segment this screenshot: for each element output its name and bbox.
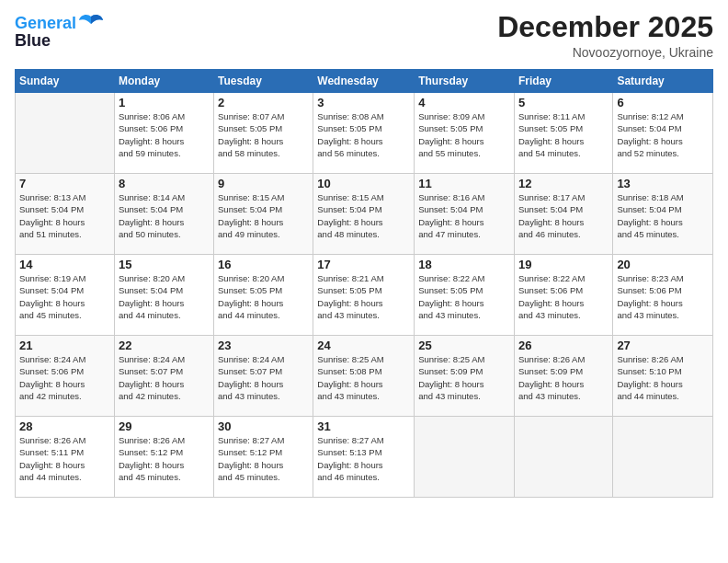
calendar-cell: 5Sunrise: 8:11 AM Sunset: 5:05 PM Daylig… — [514, 93, 612, 174]
day-number: 14 — [19, 258, 110, 271]
day-number: 6 — [617, 96, 709, 109]
day-info: Sunrise: 8:15 AM Sunset: 5:04 PM Dayligh… — [218, 191, 309, 240]
calendar-cell: 17Sunrise: 8:21 AM Sunset: 5:05 PM Dayli… — [313, 255, 415, 336]
col-friday: Friday — [514, 70, 612, 93]
day-number: 22 — [119, 339, 210, 352]
title-block: December 2025 Novoozyornoye, Ukraine — [497, 11, 713, 60]
day-number: 5 — [518, 96, 609, 109]
calendar-cell: 31Sunrise: 8:27 AM Sunset: 5:13 PM Dayli… — [313, 417, 415, 498]
calendar-cell: 28Sunrise: 8:26 AM Sunset: 5:11 PM Dayli… — [16, 417, 115, 498]
calendar-cell: 10Sunrise: 8:15 AM Sunset: 5:04 PM Dayli… — [313, 174, 415, 255]
day-number: 17 — [317, 258, 410, 271]
day-info: Sunrise: 8:26 AM Sunset: 5:11 PM Dayligh… — [19, 434, 110, 483]
day-number: 20 — [617, 258, 709, 271]
day-info: Sunrise: 8:25 AM Sunset: 5:08 PM Dayligh… — [317, 353, 410, 402]
day-info: Sunrise: 8:15 AM Sunset: 5:04 PM Dayligh… — [317, 191, 410, 240]
day-number: 4 — [418, 96, 510, 109]
day-info: Sunrise: 8:22 AM Sunset: 5:05 PM Dayligh… — [418, 272, 510, 321]
day-info: Sunrise: 8:23 AM Sunset: 5:06 PM Dayligh… — [617, 272, 709, 321]
day-number: 25 — [418, 339, 510, 352]
day-number: 2 — [218, 96, 309, 109]
logo-blue-text: Blue — [15, 31, 104, 51]
col-tuesday: Tuesday — [214, 70, 313, 93]
day-info: Sunrise: 8:11 AM Sunset: 5:05 PM Dayligh… — [518, 110, 609, 159]
day-info: Sunrise: 8:26 AM Sunset: 5:12 PM Dayligh… — [119, 434, 210, 483]
day-info: Sunrise: 8:22 AM Sunset: 5:06 PM Dayligh… — [518, 272, 609, 321]
page-container: General Blue December 2025 Novoozyornoye… — [0, 0, 728, 563]
calendar-cell: 9Sunrise: 8:15 AM Sunset: 5:04 PM Daylig… — [214, 174, 313, 255]
day-number: 29 — [119, 419, 210, 433]
day-info: Sunrise: 8:20 AM Sunset: 5:05 PM Dayligh… — [218, 272, 309, 321]
calendar-week-row: 28Sunrise: 8:26 AM Sunset: 5:11 PM Dayli… — [16, 417, 713, 498]
day-info: Sunrise: 8:26 AM Sunset: 5:09 PM Dayligh… — [518, 353, 609, 402]
day-info: Sunrise: 8:26 AM Sunset: 5:10 PM Dayligh… — [617, 353, 709, 402]
day-number: 10 — [317, 177, 410, 190]
logo-text: General — [15, 15, 76, 33]
calendar-cell: 19Sunrise: 8:22 AM Sunset: 5:06 PM Dayli… — [514, 255, 612, 336]
day-info: Sunrise: 8:21 AM Sunset: 5:05 PM Dayligh… — [317, 272, 410, 321]
calendar-cell: 14Sunrise: 8:19 AM Sunset: 5:04 PM Dayli… — [16, 255, 115, 336]
day-number: 15 — [119, 258, 210, 271]
calendar-cell: 21Sunrise: 8:24 AM Sunset: 5:06 PM Dayli… — [16, 336, 115, 417]
location-subtitle: Novoozyornoye, Ukraine — [497, 45, 713, 60]
day-number: 9 — [218, 177, 309, 190]
calendar-cell: 11Sunrise: 8:16 AM Sunset: 5:04 PM Dayli… — [415, 174, 515, 255]
day-info: Sunrise: 8:24 AM Sunset: 5:07 PM Dayligh… — [218, 353, 309, 402]
day-info: Sunrise: 8:24 AM Sunset: 5:06 PM Dayligh… — [19, 353, 110, 402]
day-number: 11 — [418, 177, 510, 190]
day-info: Sunrise: 8:06 AM Sunset: 5:06 PM Dayligh… — [119, 110, 210, 159]
calendar-cell: 25Sunrise: 8:25 AM Sunset: 5:09 PM Dayli… — [415, 336, 515, 417]
calendar-cell: 22Sunrise: 8:24 AM Sunset: 5:07 PM Dayli… — [114, 336, 213, 417]
day-info: Sunrise: 8:07 AM Sunset: 5:05 PM Dayligh… — [218, 110, 309, 159]
calendar-cell: 29Sunrise: 8:26 AM Sunset: 5:12 PM Dayli… — [114, 417, 213, 498]
day-info: Sunrise: 8:24 AM Sunset: 5:07 PM Dayligh… — [119, 353, 210, 402]
day-info: Sunrise: 8:20 AM Sunset: 5:04 PM Dayligh… — [119, 272, 210, 321]
calendar-cell: 4Sunrise: 8:09 AM Sunset: 5:05 PM Daylig… — [415, 93, 515, 174]
day-info: Sunrise: 8:16 AM Sunset: 5:04 PM Dayligh… — [418, 191, 510, 240]
calendar-cell: 24Sunrise: 8:25 AM Sunset: 5:08 PM Dayli… — [313, 336, 415, 417]
calendar-cell: 7Sunrise: 8:13 AM Sunset: 5:04 PM Daylig… — [16, 174, 115, 255]
logo: General Blue — [15, 15, 104, 51]
day-info: Sunrise: 8:13 AM Sunset: 5:04 PM Dayligh… — [19, 191, 110, 240]
day-number: 1 — [119, 96, 210, 109]
logo-bird-icon — [78, 13, 104, 33]
day-number: 27 — [617, 339, 709, 352]
day-number: 23 — [218, 339, 309, 352]
calendar-cell: 18Sunrise: 8:22 AM Sunset: 5:05 PM Dayli… — [415, 255, 515, 336]
col-wednesday: Wednesday — [313, 70, 415, 93]
calendar-cell — [415, 417, 515, 498]
calendar-table: Sunday Monday Tuesday Wednesday Thursday… — [15, 69, 713, 498]
day-number: 31 — [317, 419, 410, 433]
calendar-cell: 1Sunrise: 8:06 AM Sunset: 5:06 PM Daylig… — [114, 93, 213, 174]
day-info: Sunrise: 8:12 AM Sunset: 5:04 PM Dayligh… — [617, 110, 709, 159]
calendar-week-row: 14Sunrise: 8:19 AM Sunset: 5:04 PM Dayli… — [16, 255, 713, 336]
calendar-cell: 30Sunrise: 8:27 AM Sunset: 5:12 PM Dayli… — [214, 417, 313, 498]
calendar-cell: 23Sunrise: 8:24 AM Sunset: 5:07 PM Dayli… — [214, 336, 313, 417]
col-monday: Monday — [114, 70, 213, 93]
col-saturday: Saturday — [613, 70, 713, 93]
calendar-cell: 15Sunrise: 8:20 AM Sunset: 5:04 PM Dayli… — [114, 255, 213, 336]
day-info: Sunrise: 8:19 AM Sunset: 5:04 PM Dayligh… — [19, 272, 110, 321]
calendar-header-row: Sunday Monday Tuesday Wednesday Thursday… — [16, 70, 713, 93]
day-number: 12 — [518, 177, 609, 190]
calendar-week-row: 1Sunrise: 8:06 AM Sunset: 5:06 PM Daylig… — [16, 93, 713, 174]
calendar-week-row: 7Sunrise: 8:13 AM Sunset: 5:04 PM Daylig… — [16, 174, 713, 255]
col-thursday: Thursday — [415, 70, 515, 93]
calendar-cell: 2Sunrise: 8:07 AM Sunset: 5:05 PM Daylig… — [214, 93, 313, 174]
day-info: Sunrise: 8:09 AM Sunset: 5:05 PM Dayligh… — [418, 110, 510, 159]
page-header: General Blue December 2025 Novoozyornoye… — [15, 11, 713, 60]
calendar-cell — [613, 417, 713, 498]
day-info: Sunrise: 8:27 AM Sunset: 5:12 PM Dayligh… — [218, 434, 309, 483]
calendar-cell — [16, 93, 115, 174]
day-info: Sunrise: 8:27 AM Sunset: 5:13 PM Dayligh… — [317, 434, 410, 483]
day-number: 3 — [317, 96, 410, 109]
day-number: 30 — [218, 419, 309, 433]
month-title: December 2025 — [497, 11, 713, 43]
calendar-cell: 20Sunrise: 8:23 AM Sunset: 5:06 PM Dayli… — [613, 255, 713, 336]
calendar-cell: 3Sunrise: 8:08 AM Sunset: 5:05 PM Daylig… — [313, 93, 415, 174]
calendar-cell: 6Sunrise: 8:12 AM Sunset: 5:04 PM Daylig… — [613, 93, 713, 174]
calendar-cell: 27Sunrise: 8:26 AM Sunset: 5:10 PM Dayli… — [613, 336, 713, 417]
day-number: 13 — [617, 177, 709, 190]
calendar-cell: 26Sunrise: 8:26 AM Sunset: 5:09 PM Dayli… — [514, 336, 612, 417]
day-number: 19 — [518, 258, 609, 271]
